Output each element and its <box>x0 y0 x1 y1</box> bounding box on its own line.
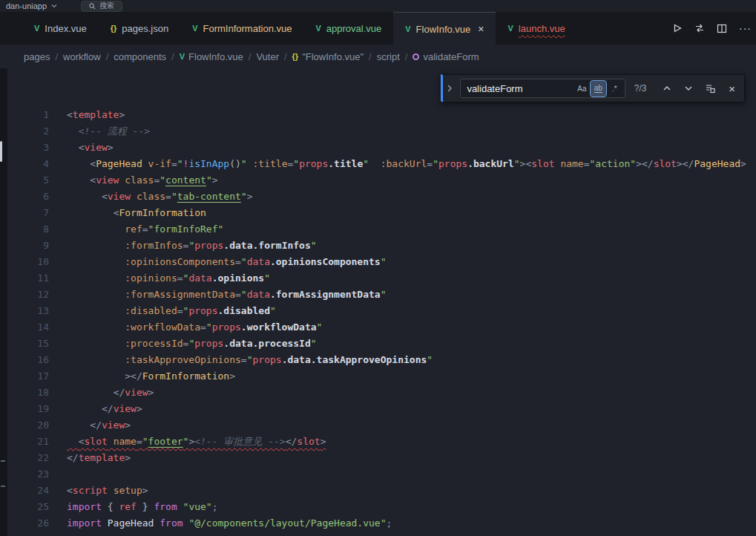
breadcrumb-item[interactable]: validateForm <box>412 51 479 62</box>
code-line-row: 19 </view> <box>7 401 756 417</box>
indent <box>67 305 125 316</box>
code-line: :taskApproveOpinions="props.data.taskApp… <box>49 352 433 368</box>
editor-tab[interactable]: VFormInformation.vue <box>180 12 303 45</box>
vue-file-icon: V <box>507 24 513 33</box>
code-line: <view class="tab-content"> <box>49 189 252 205</box>
code-token: ></ <box>636 158 653 169</box>
code-token: :taskApproveOpinions <box>125 354 241 365</box>
code-line-row: 5 <view class="content"> <box>7 172 756 189</box>
breadcrumb-separator: / <box>369 51 372 62</box>
code-token: data <box>247 256 270 267</box>
code-token: tab-content <box>177 191 241 202</box>
breadcrumb-item[interactable]: components <box>114 51 166 62</box>
code-token: ref <box>125 223 142 235</box>
code-token: " <box>264 272 270 284</box>
line-number: 7 <box>7 205 49 221</box>
breadcrumb-item[interactable]: pages <box>24 51 50 62</box>
code-token: " <box>241 158 247 169</box>
tab-close-button[interactable]: × <box>478 24 484 34</box>
split-editor-button[interactable] <box>717 24 727 33</box>
code-token <box>247 158 253 169</box>
next-match-button[interactable] <box>681 80 697 97</box>
more-actions-button[interactable]: ··· <box>739 22 752 34</box>
code-token: = <box>171 158 177 169</box>
code-token: ; <box>212 501 218 512</box>
toggle-replace-chevron-icon[interactable] <box>444 85 454 92</box>
code-token: .opinionsComponents <box>270 256 381 267</box>
breadcrumb-item[interactable]: workflow <box>63 51 101 62</box>
breadcrumb-separator: / <box>55 51 58 62</box>
code-token: </ <box>286 436 298 447</box>
code-token: .data.processId <box>223 338 310 349</box>
breadcrumb-item[interactable]: VFlowInfo.vue <box>180 51 243 62</box>
code-editor[interactable]: 1<template>2 <!-- 流程 -->3 <view>4 <PageH… <box>7 68 756 536</box>
code-line: <FormInformation <box>49 205 206 221</box>
code-token: .title <box>328 158 363 169</box>
code-token: " <box>317 321 323 333</box>
tab-label: pages.json <box>122 23 168 34</box>
code-token: :opinions <box>125 272 177 284</box>
run-button[interactable] <box>672 23 683 33</box>
line-number: 21 <box>7 434 49 450</box>
code-line <box>49 466 67 483</box>
code-line-row: 10 :opinionsComponents="data.opinionsCom… <box>7 254 756 270</box>
regex-toggle[interactable]: .* <box>607 81 622 97</box>
code-line-row: 12 :formAssignmentData="data.formAssignm… <box>7 287 756 303</box>
find-results-count: ?/3 <box>634 83 654 94</box>
code-token: .data.formInfos <box>223 240 310 251</box>
code-token: > <box>148 387 154 398</box>
close-find-button[interactable]: × <box>724 80 740 97</box>
indent <box>67 403 102 414</box>
project-name[interactable]: dan-uniapp <box>6 1 47 10</box>
find-query-text[interactable]: validateForm <box>467 83 573 94</box>
find-input[interactable]: validateForm Aa ab .* <box>460 79 625 98</box>
breadcrumb-item[interactable]: {}"FlowInfo.vue" <box>292 51 364 62</box>
code-token: " <box>381 289 387 300</box>
editor-tab[interactable]: Vapproval.vue <box>303 12 393 45</box>
previous-match-button[interactable] <box>660 80 675 97</box>
code-line-row: 22</template> <box>7 450 756 466</box>
editor-tab[interactable]: {}pages.json <box>99 12 180 45</box>
line-number: 23 <box>7 466 49 483</box>
code-token: .workflowData <box>241 321 317 333</box>
code-token: " <box>293 158 299 169</box>
vue-file-icon: V <box>34 24 39 33</box>
breadcrumb-item[interactable]: script <box>377 51 400 62</box>
code-line-row: 25import { ref } from "vue"; <box>7 499 756 515</box>
code-line-row: 15 :processId="props.data.processId" <box>7 336 756 352</box>
code-line: import PageHead from "@/components/layou… <box>49 515 392 532</box>
code-line: :workflowData="props.workflowData" <box>49 319 322 336</box>
code-line: :opinionsComponents="data.opinionsCompon… <box>49 254 387 270</box>
find-in-selection-button[interactable] <box>703 80 718 97</box>
sidebar-fragment-mark <box>1 486 5 487</box>
code-line-row: 14 :workflowData="props.workflowData" <box>7 319 756 336</box>
code-token: > <box>125 419 131 431</box>
indent <box>67 436 79 447</box>
code-token: script <box>73 485 108 496</box>
open-changes-icon[interactable] <box>694 23 705 33</box>
code-token: .disabled <box>218 305 270 316</box>
code-token: import <box>67 517 102 529</box>
code-line: </view> <box>49 401 142 417</box>
code-token: " <box>177 158 183 169</box>
global-search-box[interactable]: 搜索 <box>81 1 122 12</box>
breadcrumb-item[interactable]: Vuter <box>256 51 279 62</box>
editor-tab[interactable]: VIndex.vue <box>22 12 99 45</box>
chevron-down-icon <box>51 4 57 8</box>
code-token: .formAssignmentData <box>270 289 381 300</box>
editor-tab[interactable]: VFlowInfo.vue× <box>393 12 496 45</box>
code-token: "action" <box>590 158 637 169</box>
code-token: :processId <box>125 338 183 349</box>
json-file-icon: {} <box>111 24 117 33</box>
code-token: <!-- 流程 --> <box>79 125 150 137</box>
code-line: :formAssignmentData="data.formAssignment… <box>49 287 387 303</box>
code-token: > <box>229 370 235 382</box>
breadcrumb: pages/workflow/components/VFlowInfo.vue/… <box>0 45 756 68</box>
breadcrumb-separator: / <box>284 51 287 62</box>
whole-word-toggle[interactable]: ab <box>591 81 606 97</box>
editor-tab[interactable]: Vlaunch.vue <box>496 12 576 45</box>
code-token: FormInformation <box>119 207 206 218</box>
code-token: data <box>247 289 270 300</box>
line-number: 1 <box>7 107 49 123</box>
match-case-toggle[interactable]: Aa <box>574 81 590 97</box>
